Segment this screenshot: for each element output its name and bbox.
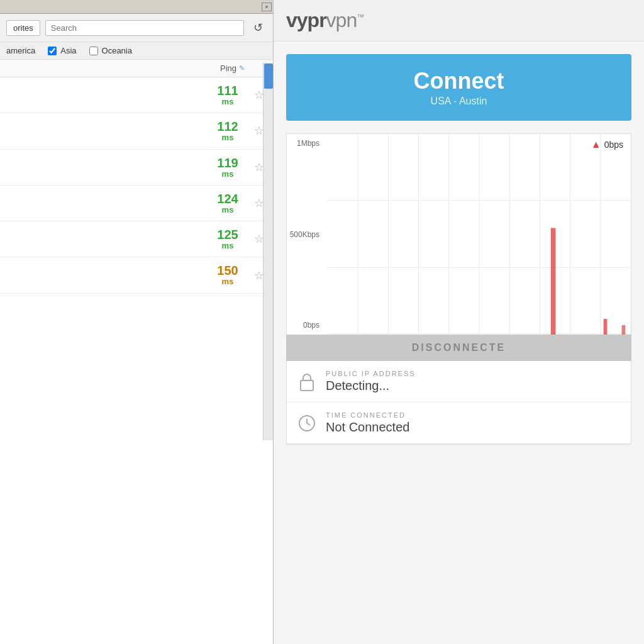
toolbar: orites ↺ [0,14,273,42]
filter-row: america Asia Oceania [0,42,273,60]
logo-vypr: vypr [286,9,326,31]
table-row[interactable]: 125 ms ☆ [0,221,273,257]
ping-number: 124 [209,192,247,206]
chart-label-1mbps: 1Mbps [287,139,323,148]
edit-ping-icon[interactable]: ✎ [239,64,245,72]
chart-label-0bps: 0bps [287,321,323,330]
public-ip-content: PUBLIC IP ADDRESS Detecting... [326,370,621,393]
chart-svg [328,134,631,335]
time-icon [297,413,317,433]
logo-vpn: vpn [326,9,357,31]
time-connected-value: Not Connected [326,420,621,435]
ping-number: 111 [209,84,247,97]
filter-america: america [6,46,35,55]
ping-unit: ms [209,277,247,286]
ping-number: 112 [209,119,247,133]
connect-button-sub: USA - Austin [299,96,619,107]
bandwidth-chart: 1Mbps 500Kbps 0bps ▲ 0bps [286,133,631,335]
svg-rect-14 [622,325,626,335]
connect-button-text: Connect [299,68,619,94]
filter-asia[interactable]: Asia [48,46,76,55]
table-row[interactable]: 124 ms ☆ [0,186,273,221]
favorites-button[interactable]: orites [6,20,40,36]
refresh-button[interactable]: ↺ [249,19,267,36]
ping-unit: ms [209,170,247,179]
time-connected-content: TIME CONNECTED Not Connected [326,411,621,435]
asia-checkbox[interactable] [48,47,57,55]
scrollbar-track[interactable] [263,63,273,440]
time-connected-row: TIME CONNECTED Not Connected [287,402,631,444]
chart-y-labels: 1Mbps 500Kbps 0bps [287,134,328,335]
scrollbar-thumb[interactable] [264,64,273,89]
table-row[interactable]: 119 ms ☆ [0,150,273,186]
public-ip-value: Detecting... [326,379,621,393]
ping-number: 150 [209,264,247,277]
table-row[interactable]: 150 ms ☆ [0,257,273,293]
vpn-logo: vyprvpn™ [286,9,631,32]
filter-oceania[interactable]: Oceania [89,46,132,55]
america-label: america [6,46,35,55]
svg-line-18 [307,423,310,425]
svg-rect-13 [604,319,608,335]
ping-unit: ms [209,206,247,214]
ping-number: 119 [209,156,247,170]
ping-unit: ms [209,133,247,142]
status-text: DISCONNECTE [412,342,506,353]
close-button[interactable]: × [262,3,272,11]
vpn-header: vyprvpn™ [274,0,644,42]
server-list-panel: × orites ↺ america Asia Oceania Ping ✎ [0,0,274,644]
connect-button[interactable]: Connect USA - Austin [286,54,631,121]
column-header: Ping ✎ [0,60,273,77]
ping-unit: ms [209,242,247,250]
ping-value: 119 ms [209,156,247,179]
search-input[interactable] [45,20,244,36]
svg-rect-15 [301,380,313,391]
ping-value: 112 ms [209,119,247,142]
vpn-panel: vyprvpn™ Connect USA - Austin 1Mbps 500K… [274,0,644,644]
svg-rect-12 [551,228,556,335]
titlebar: × [0,0,273,14]
time-connected-label: TIME CONNECTED [326,411,621,419]
ping-value: 125 ms [209,228,247,250]
public-ip-label: PUBLIC IP ADDRESS [326,370,621,377]
oceania-checkbox[interactable] [89,47,98,55]
connection-status-bar: DISCONNECTE [286,335,631,361]
ping-value: 111 ms [209,84,247,106]
table-row[interactable]: 112 ms ☆ [0,113,273,149]
oceania-label: Oceania [102,46,132,55]
ping-value: 124 ms [209,192,247,214]
ping-number: 125 [209,228,247,242]
public-ip-row: PUBLIC IP ADDRESS Detecting... [287,361,631,402]
info-section: PUBLIC IP ADDRESS Detecting... TIME CONN… [286,361,631,445]
ping-column-header: Ping ✎ [220,64,245,73]
server-list: 111 ms ☆ 112 ms ☆ 119 ms ☆ 124 [0,77,273,644]
chart-label-500kbps: 500Kbps [287,230,323,239]
ping-value: 150 ms [209,264,247,286]
asia-label: Asia [60,46,76,55]
ping-unit: ms [209,97,247,106]
lock-icon [297,372,317,392]
ping-label: Ping [220,64,236,73]
table-row[interactable]: 111 ms ☆ [0,77,273,113]
logo-tm: ™ [357,13,364,21]
